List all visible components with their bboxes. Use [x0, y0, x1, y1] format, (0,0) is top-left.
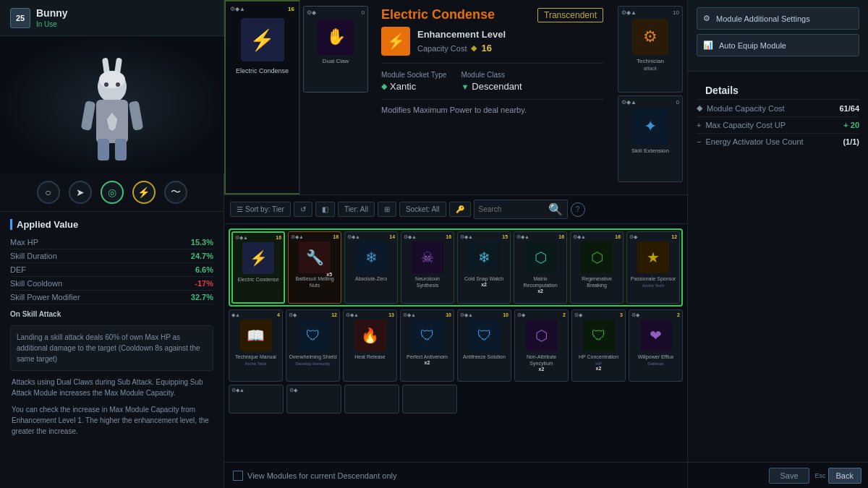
grid-card-electric-condense[interactable]: ⚙◆▲ 16 ⚡ Electric Condense	[231, 231, 285, 304]
grid-card-hp-concentration[interactable]: ⚙◆ 3 🛡 HP Concentration HP x2	[571, 309, 626, 382]
module-grid-row-1: ⚙◆▲ 16 ⚡ Electric Condense ⚙◆▲ 18 🔧 x5 B…	[229, 228, 683, 307]
grid-card-heat-release[interactable]: ⚙◆▲ 13 🔥 Heat Release	[343, 309, 397, 382]
gcc-icons-4: ⚙◆▲	[404, 234, 417, 240]
sort-btn[interactable]: ☰ Sort by: Tier	[230, 202, 291, 217]
grid-card-battlesuit[interactable]: ⚙◆▲ 18 🔧 x5 Battlesuit Melting Nuts	[288, 231, 341, 304]
gcc-count-5: x2	[481, 282, 487, 287]
module-tier: Transcendent	[537, 8, 603, 22]
module-detail-info: Electric Condense Transcendent ⚡ Enhance…	[371, 0, 613, 194]
layer-btn[interactable]: ◧	[315, 202, 335, 217]
capacity-value: 16	[481, 43, 491, 53]
gcc-level-r2-6: 2	[563, 312, 566, 318]
gcc-level-8: 12	[671, 234, 677, 240]
socket-icon: ◆	[381, 82, 387, 91]
stack-btn[interactable]: ⊞	[378, 202, 396, 217]
enhancement-label: Enhancement Level	[417, 29, 506, 40]
tier-btn[interactable]: Tier: All	[338, 202, 375, 217]
stat-row-hp: Max HP 15.3%	[10, 236, 213, 249]
key-btn[interactable]: 🔑	[449, 202, 471, 217]
gcc-name-r2-8: Willpower Efflux	[638, 354, 674, 360]
character-name: Bunny	[36, 7, 68, 19]
trc1-level: 10	[673, 9, 679, 16]
socket-label: Socket: All	[406, 205, 440, 213]
skill-icon-1[interactable]: ○	[37, 181, 60, 204]
descendant-filter-checkbox[interactable]	[233, 471, 243, 481]
grid-card-antivenom[interactable]: ⚙◆▲ 10 🛡 Perfect Antivenom x2	[400, 309, 454, 382]
svg-rect-4	[98, 139, 109, 160]
grid-card-regenerative[interactable]: ⚙◆▲ 16 ⬡ Regenerative Breaking	[570, 231, 624, 304]
socket-btn[interactable]: Socket: All	[399, 202, 446, 217]
help-btn[interactable]: ?	[571, 202, 585, 217]
search-input[interactable]	[479, 205, 548, 213]
grid-card-p3-2[interactable]: ⚙◆	[286, 385, 341, 414]
grid-card-p3-4[interactable]	[402, 385, 457, 414]
top-right-card-2[interactable]: ⚙◆▲ 0 ✦ Skill Extension	[618, 95, 683, 182]
grid-card-p3-1[interactable]: ⚙◆▲	[229, 385, 284, 414]
grid-card-p3-3[interactable]	[344, 385, 399, 414]
gcc-level-7: 16	[615, 234, 621, 240]
grid-card-overwhelming[interactable]: ⚙◆ 12 🛡 Overwhelming Shield Develop Immu…	[286, 309, 340, 382]
svg-point-10	[116, 82, 120, 87]
descendant-filter-row: View Modules for current Descendant only	[233, 471, 396, 481]
grid-card-absolute-zero[interactable]: ⚙◆▲ 14 ❄ Absolute-Zero	[344, 231, 398, 304]
grid-card-matrix[interactable]: ⚙◆▲ 16 ⬡ Matrix Recomputation x2	[514, 231, 567, 304]
grid-card-passionate[interactable]: ⚙◆ 12 ★ Passionate Sponsor Arche Tech	[626, 231, 680, 304]
class-icon: ▼	[461, 82, 469, 91]
gcc-img-8: ★	[637, 241, 669, 273]
grid-card-neurotoxin[interactable]: ⚙◆▲ 16 ☠ Neurotoxin Synthesis	[401, 231, 454, 304]
module-card-icon-1: ⚙◆▲	[230, 6, 245, 12]
capacity-cost-label: Capacity Cost	[417, 44, 467, 53]
gcc-img-r2-2: 🛡	[297, 320, 329, 351]
gcc-icons-2: ⚙◆▲	[291, 234, 304, 240]
grid-card-willpower[interactable]: ⚙◆ 2 ❤ Willpower Efflux Defense	[629, 309, 683, 382]
stat-row-power: Skill Power Modifier 32.7%	[10, 291, 213, 304]
socket-type-label: Module Socket Type	[381, 71, 446, 79]
gcc-img-6: ⬡	[524, 241, 556, 273]
search-box[interactable]: 🔍	[474, 200, 568, 219]
gcc-level-2: 18	[333, 234, 339, 240]
enhancement-icon: ⚡	[381, 27, 410, 56]
module-name: Electric Condense	[381, 7, 495, 22]
grid-card-non-attribute[interactable]: ⚙◆ 2 ⬡ Non-Attribute Syncytium x2	[514, 309, 569, 382]
refresh-btn[interactable]: ↺	[294, 202, 312, 217]
selected-module-image: ⚡	[241, 18, 284, 61]
skill-icon-2[interactable]: ➤	[69, 181, 92, 204]
energy-icon: −	[697, 137, 701, 146]
dual-claw-level: 0	[362, 9, 365, 16]
gcc-icons-r2-3: ⚙◆▲	[346, 312, 359, 318]
dual-claw-card[interactable]: ⚙◆ 0 ✋ Dual Claw	[303, 6, 368, 93]
trc1-label: attack	[644, 66, 658, 71]
gcc-icons-r2-1: ◆▲	[231, 312, 240, 318]
gcc-img-r2-5: 🛡	[469, 320, 501, 351]
grid-card-cold-snap[interactable]: ⚙◆▲ 15 ❄ Cold Snap Watch x2	[457, 231, 511, 304]
module-additional-settings-btn[interactable]: ⚙ Module Additional Settings	[697, 7, 859, 30]
skill-icon-4[interactable]: ⚡	[132, 181, 156, 204]
chart-icon: 📊	[703, 40, 713, 50]
skill-icon-5[interactable]: 〜	[164, 181, 187, 204]
grid-card-technique[interactable]: ◆▲ 4 📖 Technique Manual Arche Tech	[229, 309, 283, 382]
svg-rect-7	[129, 100, 144, 131]
plus-icon: +	[697, 121, 701, 129]
gcc-name-3: Absolute-Zero	[355, 275, 387, 282]
gcc-name-r2-1: Technique Manual	[235, 354, 276, 360]
module-detail-top: ⚙◆▲ 16 ⚡ Electric Condense ⚙◆ 0 ✋ Dual C…	[224, 0, 687, 195]
module-description: Modifies Maximum Power to deal nearby.	[381, 99, 603, 114]
desc2: Attacks using Dual Claws during Sub Atta…	[10, 377, 213, 398]
back-button[interactable]: Back	[828, 468, 861, 484]
module-class-label: Module Class	[461, 71, 522, 79]
gcc-tag-r2-8: Defense	[647, 361, 663, 366]
save-button[interactable]: Save	[769, 468, 809, 484]
selected-module-card[interactable]: ⚙◆▲ 16 ⚡ Electric Condense	[224, 0, 300, 194]
applied-value-section: Applied Value Max HP 15.3% Skill Duratio…	[0, 212, 224, 444]
dual-claw-icons: ⚙◆	[307, 9, 316, 16]
gcc-icons-3: ⚙◆▲	[347, 234, 360, 240]
tier-label: Tier: All	[344, 205, 368, 213]
top-right-card-1[interactable]: ⚙◆▲ 10 ⚙ Technician attack	[618, 6, 683, 93]
svg-rect-5	[115, 139, 127, 160]
sort-label: Sort by: Tier	[245, 205, 284, 213]
skill-icon-3[interactable]: ◎	[101, 181, 124, 204]
gcc-img-2: 🔧	[299, 241, 331, 273]
gcc-name-1: Electric Condense	[238, 276, 279, 283]
auto-equip-btn[interactable]: 📊 Auto Equip Module	[697, 34, 859, 56]
grid-card-antifreeze[interactable]: ⚙◆▲ 10 🛡 Antifreeze Solution	[457, 309, 511, 382]
